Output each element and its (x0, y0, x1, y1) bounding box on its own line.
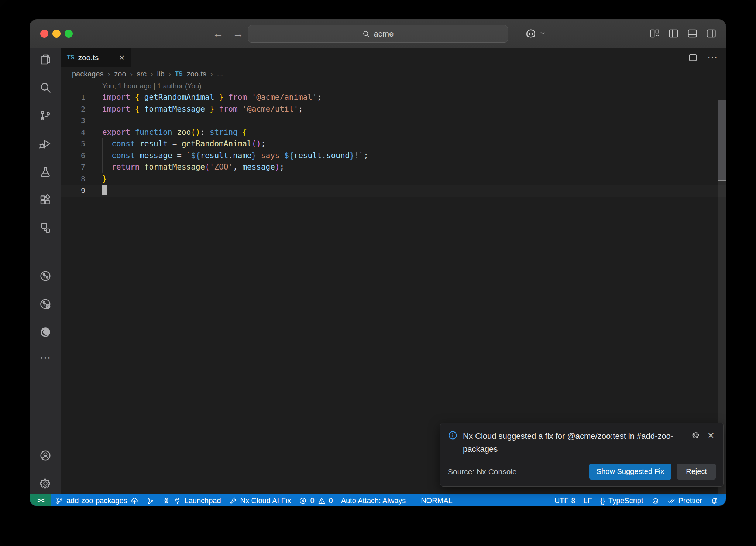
activity-item-account[interactable] (39, 449, 52, 462)
code-line-4[interactable]: 4export function zoo(): string { (61, 127, 726, 139)
typescript-file-icon: TS (67, 54, 74, 61)
minimize-window-button[interactable] (52, 30, 61, 38)
back-button[interactable]: ← (213, 25, 224, 42)
error-circle-icon (299, 497, 307, 505)
split-editor-icon[interactable] (688, 53, 698, 62)
tab-bar: TS zoo.ts ✕ ⋯ (61, 48, 726, 67)
info-icon (448, 430, 458, 440)
activity-item-search[interactable] (39, 81, 52, 94)
copilot-icon (652, 497, 659, 505)
line-text (85, 115, 107, 127)
line-text: const result = getRandomAnimal(); (85, 138, 266, 150)
notification-source: Source: Nx Console (448, 467, 589, 476)
code-line-5[interactable]: 5 const result = getRandomAnimal(); (61, 138, 726, 150)
code-line-1[interactable]: 1import { getRandomAnimal } from '@acme/… (61, 92, 726, 103)
activity-item-source-control[interactable] (39, 109, 52, 122)
breadcrumb-item-lib[interactable]: lib (157, 70, 165, 78)
breadcrumb-item-packages[interactable]: packages (72, 70, 104, 78)
layout-sidebar-right-icon[interactable] (705, 28, 717, 39)
rocket-icon (162, 497, 170, 505)
chevron-down-icon (539, 30, 546, 37)
activity-item-nx-console[interactable] (39, 270, 52, 282)
activity-item-explorer[interactable] (39, 53, 52, 66)
line-text: import { formatMessage } from '@acme/uti… (85, 103, 303, 115)
status-problems-label: 0 (329, 496, 333, 505)
activity-item-testing[interactable] (39, 165, 52, 178)
status-remote-indicator[interactable]: >< (30, 494, 51, 506)
code-line-6[interactable]: 6 const message = `${result.name} says $… (61, 150, 726, 162)
activity-item-edge-browser[interactable] (39, 326, 52, 338)
status-auto-attach[interactable]: Auto Attach: Always (337, 494, 410, 506)
line-number: 2 (61, 103, 85, 115)
status-prettier-label: Prettier (678, 496, 702, 505)
status-language-mode[interactable]: {}TypeScript (596, 494, 647, 506)
line-number: 8 (61, 173, 85, 185)
code-line-2[interactable]: 2import { formatMessage } from '@acme/ut… (61, 103, 726, 115)
breadcrumb-item-[interactable]: ... (217, 70, 223, 78)
activity-more-icon[interactable]: ⋯ (39, 354, 52, 366)
status-eol-label: LF (583, 496, 592, 505)
tab-label: zoo.ts (78, 53, 99, 62)
status-notifications-bell[interactable] (706, 494, 722, 506)
line-number: 1 (61, 92, 85, 103)
git-blame-annotation: You, 1 hour ago | 1 author (You) (61, 81, 726, 92)
status-prettier[interactable]: Prettier (663, 494, 706, 506)
breadcrumb-item-zoots[interactable]: zoo.ts (187, 70, 206, 78)
status-auto-attach-label: Auto Attach: Always (341, 496, 406, 505)
tab-close-icon[interactable]: ✕ (119, 54, 125, 62)
reject-button[interactable]: Reject (677, 464, 716, 480)
notification-settings-gear-icon[interactable] (691, 431, 701, 440)
code-line-9[interactable]: 9 (61, 185, 726, 197)
breadcrumb-item-zoo[interactable]: zoo (114, 70, 126, 78)
command-center-search[interactable]: acme (248, 25, 508, 43)
status-bar: ><add-zoo-packagesLaunchpadNx Cloud AI F… (30, 494, 726, 506)
typescript-file-icon: TS (175, 71, 182, 77)
zoom-window-button[interactable] (65, 30, 73, 38)
line-number: 6 (61, 150, 85, 162)
code-line-3[interactable]: 3 (61, 115, 726, 127)
close-window-button[interactable] (40, 30, 48, 38)
layout-customize-icon[interactable] (649, 28, 660, 39)
status-git-branch[interactable]: add-zoo-packages (51, 494, 142, 506)
copilot-menu[interactable] (525, 27, 546, 40)
status-problems[interactable]: 00 (295, 494, 337, 506)
activity-item-run-debug[interactable] (39, 137, 52, 150)
tab-zoo-ts[interactable]: TS zoo.ts ✕ (61, 48, 131, 67)
line-number: 3 (61, 115, 85, 127)
notification-close-icon[interactable]: ✕ (706, 431, 716, 440)
status-language-mode-label: {} (600, 496, 605, 505)
status-launchpad[interactable]: Launchpad (158, 494, 225, 506)
line-text: return formatMessage('ZOO', message); (85, 161, 284, 173)
indent-guide (102, 138, 103, 173)
activity-item-extensions[interactable] (39, 194, 52, 206)
bell-dot-icon (710, 497, 718, 505)
vscode-window: ← → acme ⋯ TS zoo.ts ✕ ⋯ (30, 19, 726, 506)
code-line-7[interactable]: 7 return formatMessage('ZOO', message); (61, 161, 726, 173)
show-suggested-fix-button[interactable]: Show Suggested Fix (589, 464, 671, 480)
git-graph-icon (147, 497, 154, 505)
status-language-mode-label: TypeScript (608, 496, 643, 505)
activity-item-nx-cloud[interactable] (39, 298, 52, 310)
scrollbar-slider[interactable] (718, 100, 726, 180)
code-line-8[interactable]: 8} (61, 173, 726, 185)
warning-triangle-icon (318, 497, 326, 505)
status-eol[interactable]: LF (579, 494, 596, 506)
line-text (85, 185, 107, 197)
breadcrumb-item-src[interactable]: src (137, 70, 147, 78)
copilot-icon (525, 27, 537, 40)
status-launchpad-label: Launchpad (185, 496, 221, 505)
forward-button[interactable]: → (233, 25, 244, 42)
layout-sidebar-left-icon[interactable] (668, 28, 679, 39)
status-encoding[interactable]: UTF-8 (550, 494, 580, 506)
editor-more-actions-icon[interactable]: ⋯ (707, 56, 718, 59)
layout-panel-bottom-icon[interactable] (687, 28, 698, 39)
status-source-control-graph[interactable] (142, 494, 158, 506)
status-vim-mode[interactable]: -- NORMAL -- (410, 494, 463, 506)
line-text: export function zoo(): string { (85, 127, 247, 139)
status-copilot-status[interactable] (647, 494, 663, 506)
status-nx-cloud-ai-fix[interactable]: Nx Cloud AI Fix (225, 494, 295, 506)
command-center-text: acme (374, 29, 394, 39)
activity-item-project-links[interactable] (39, 222, 52, 234)
layout-controls (649, 28, 717, 39)
activity-item-settings[interactable] (39, 477, 52, 490)
